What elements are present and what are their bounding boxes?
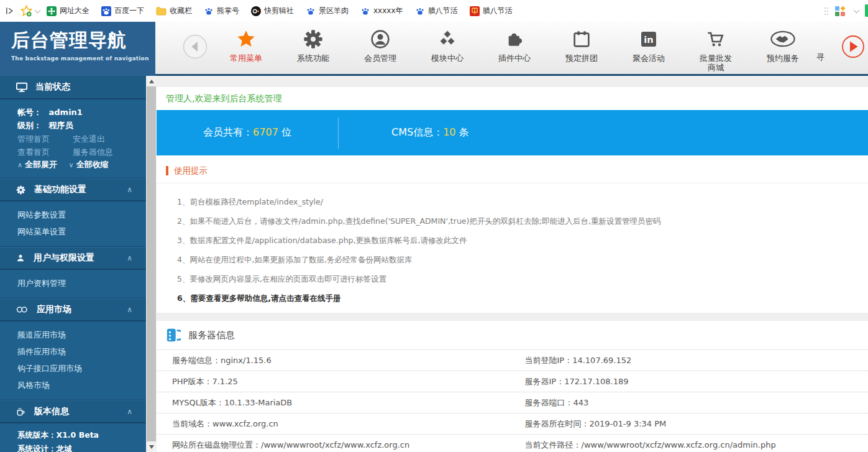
sidebar-section-items: 网站参数设置 网站菜单设置 bbox=[0, 201, 146, 247]
version-system: 系统版本：X1.0 Beta bbox=[0, 428, 146, 442]
bookmark-label: 收藏栏 bbox=[170, 6, 192, 16]
menu-item-wholesale-mall[interactable]: 批量批发商城 bbox=[682, 24, 749, 72]
sidebar-item-channel-market[interactable]: 频道应用市场 bbox=[0, 326, 146, 343]
link-server-info[interactable]: 服务器信息 bbox=[73, 145, 125, 159]
menu-item-gathering-events[interactable]: in 聚会活动 bbox=[615, 24, 682, 63]
puzzle-icon bbox=[505, 28, 524, 50]
scroll-right-button[interactable] bbox=[841, 35, 865, 61]
stat-value: 10 bbox=[443, 126, 455, 138]
bookmark-item[interactable]: 快剪辑社 bbox=[251, 6, 294, 16]
caret-up-icon: ∧ bbox=[127, 407, 132, 416]
sidebar-item-style-market[interactable]: 风格市场 bbox=[0, 377, 146, 394]
menu-item-member-management[interactable]: 会员管理 bbox=[347, 24, 414, 63]
link-admin-home[interactable]: 管理首页 bbox=[17, 132, 70, 145]
sidebar-expand-icon[interactable] bbox=[5, 6, 14, 16]
apps-grid-add-icon[interactable] bbox=[834, 6, 846, 17]
tip-item: 5、要修改网页内容显示,在相应的页面双击即可进行标签设置 bbox=[177, 269, 856, 288]
menu-item-booking-groupon[interactable]: 预定拼团 bbox=[548, 24, 615, 63]
bookmark-item[interactable]: 熊掌号 bbox=[204, 6, 239, 16]
stat-value: 6707 bbox=[253, 126, 278, 138]
sidebar-section-user-permissions[interactable]: 用户与权限设置 ∧ bbox=[0, 247, 146, 270]
menu-item-plugin-center[interactable]: 插件中心 bbox=[481, 24, 548, 63]
caret-up-icon: ∧ bbox=[127, 254, 132, 262]
sidebar-status-title: 当前状态 bbox=[35, 81, 70, 93]
paw-icon bbox=[360, 6, 370, 16]
menu-item-partial[interactable]: 寻 bbox=[816, 24, 829, 63]
menu-item-module-center[interactable]: 模块中心 bbox=[414, 24, 481, 63]
app-logo: 后台管理导航 The backstage management of navig… bbox=[0, 22, 155, 76]
paw-square-icon bbox=[101, 6, 111, 16]
svg-text:in: in bbox=[644, 34, 653, 45]
caret-up-icon: ∧ bbox=[127, 305, 132, 314]
section-title: 用户与权限设置 bbox=[34, 252, 94, 264]
bookmark-item[interactable]: 腊八节活 bbox=[470, 6, 513, 16]
bookmark-item[interactable]: xxxxx年 bbox=[360, 6, 403, 16]
sidebar-link-row: 查看首页 服务器信息 bbox=[17, 145, 146, 158]
expand-all-button[interactable]: ∧全部展开 bbox=[17, 160, 57, 169]
sidebar-expand-controls: ∧全部展开 ∨全部收缩 bbox=[17, 158, 146, 172]
drag-dots-icon[interactable] bbox=[824, 6, 829, 16]
menu-item-appointment-services[interactable]: 预约服务 bbox=[749, 24, 816, 63]
logo-title: 后台管理导航 bbox=[11, 30, 155, 51]
bookmarks-bar: 网址大全 百度一下 收藏栏 熊掌号 快剪辑社 景区羊肉 xxxxx年 腊八节活 … bbox=[0, 0, 868, 22]
scrollbar-up-arrow[interactable] bbox=[146, 76, 157, 86]
chevron-down-icon[interactable] bbox=[35, 7, 41, 13]
link-view-site[interactable]: 查看首页 bbox=[17, 145, 70, 159]
bookmark-item[interactable]: 网址大全 bbox=[47, 6, 89, 16]
bookmark-item[interactable]: 收藏栏 bbox=[156, 6, 192, 16]
add-bookmark-star-icon[interactable] bbox=[21, 5, 40, 17]
stat-unit: 位 bbox=[278, 126, 291, 138]
server-cell: 服务端信息：nginx/1.15.6 bbox=[157, 350, 513, 371]
bookmark-label: 百度一下 bbox=[114, 6, 144, 16]
sidebar-section-app-market[interactable]: 应用市场 ∧ bbox=[0, 298, 146, 321]
scrollbar-thumb[interactable] bbox=[147, 86, 156, 441]
top-menu: 常用菜单 系统功能 会员管理 模块中心 插件中心 bbox=[212, 24, 829, 72]
caret-up-icon: ∧ bbox=[17, 161, 22, 169]
server-cell: 当前文件路径：/www/wwwroot/xcfz/www.xcfz.org.cn… bbox=[513, 435, 868, 452]
sidebar-section-basic-settings[interactable]: 基础功能设置 ∧ bbox=[0, 178, 146, 201]
cart-icon bbox=[706, 28, 726, 50]
stat-members: 会员共有：6707 位 bbox=[157, 126, 338, 139]
bookmark-item[interactable]: 腊八节活 bbox=[415, 6, 458, 16]
menu-item-label: 预定拼团 bbox=[565, 53, 598, 63]
version-design: 系统设计：龙城 bbox=[0, 442, 146, 452]
sidebar-item-plugin-market[interactable]: 插件应用市场 bbox=[0, 343, 146, 360]
gear-icon bbox=[16, 185, 25, 195]
account-value: 程序员 bbox=[49, 121, 73, 130]
menu-item-favorites[interactable]: 常用菜单 bbox=[212, 24, 280, 63]
menu-item-label: 寻 bbox=[816, 52, 825, 62]
paw-icon bbox=[306, 6, 316, 16]
menu-item-system-functions[interactable]: 系统功能 bbox=[280, 24, 347, 63]
sidebar-item-user-profiles[interactable]: 用户资料管理 bbox=[0, 275, 146, 292]
edge-widget-icon[interactable] bbox=[865, 4, 868, 17]
server-info-card: 服务器信息 服务端信息：nginx/1.15.6 当前登陆IP：14.107.6… bbox=[157, 321, 868, 452]
user-circle-icon bbox=[370, 28, 390, 50]
bookmark-item[interactable]: 百度一下 bbox=[101, 6, 144, 16]
welcome-message: 管理人,欢迎来到后台系统管理 bbox=[157, 87, 868, 110]
tip-item: 2、如果不能进入后台，请修改文件/admin.php,查找define('SUP… bbox=[177, 211, 856, 231]
bookmarks-bar-right bbox=[824, 0, 859, 22]
stat-cms: CMS信息：10 条 bbox=[339, 126, 469, 139]
chevron-down-icon[interactable] bbox=[854, 7, 860, 13]
flower-grid-icon bbox=[47, 6, 57, 16]
section-title: 版本信息 bbox=[34, 406, 69, 417]
sidebar-item-site-menu[interactable]: 网站菜单设置 bbox=[0, 223, 146, 240]
collapse-all-button[interactable]: ∨全部收缩 bbox=[69, 160, 109, 169]
menu-item-label: 预约服务 bbox=[767, 53, 799, 63]
frame-scrollbar[interactable] bbox=[146, 76, 157, 452]
sidebar-section-version-info[interactable]: 版本信息 ∧ bbox=[0, 400, 146, 423]
sidebar-account-block: 帐号： admin1 级别： 程序员 管理首页 安全退出 查看首页 服务器信息 … bbox=[0, 99, 146, 178]
account-label: 级别： bbox=[17, 119, 46, 132]
cubes-icon bbox=[437, 28, 457, 50]
link-safe-logout[interactable]: 安全退出 bbox=[73, 132, 125, 145]
server-cell: 服务器IP：172.17.108.189 bbox=[513, 371, 868, 392]
scroll-left-button[interactable] bbox=[183, 34, 208, 62]
sidebar-item-hook-market[interactable]: 钩子接口应用市场 bbox=[0, 360, 146, 377]
bookmark-item[interactable]: 景区羊肉 bbox=[306, 6, 349, 16]
tip-item-online-manual: 6、需要查看更多帮助信息,请点击查看在线手册 bbox=[177, 288, 856, 308]
sidebar-item-site-params[interactable]: 网站参数设置 bbox=[0, 206, 146, 223]
server-row: PHP版本：7.1.25 服务器IP：172.17.108.189 bbox=[157, 371, 868, 392]
scrollbar-down-arrow[interactable] bbox=[146, 441, 157, 452]
menu-item-label: 系统功能 bbox=[297, 53, 329, 63]
caret-down-icon: ∨ bbox=[69, 161, 74, 169]
